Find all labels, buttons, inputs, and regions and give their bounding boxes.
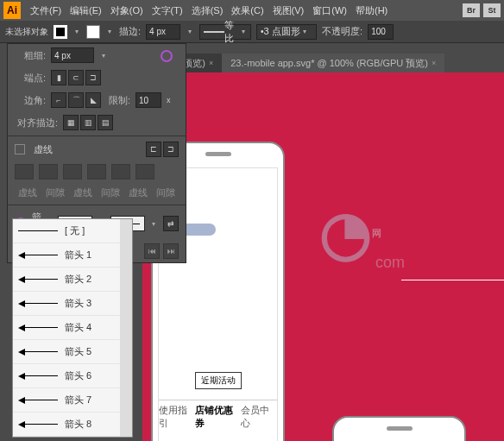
menu-effect[interactable]: 效果(C) xyxy=(227,4,268,17)
limit-input[interactable] xyxy=(135,92,161,108)
arrowhead-dropdown: [ 无 ] 箭头 1 箭头 2 箭头 3 箭头 4 箭头 5 箭头 6 箭头 7… xyxy=(12,218,133,438)
weight-dropdown[interactable]: ▾ xyxy=(99,51,108,60)
profile-select[interactable]: 等比 ▾ xyxy=(199,24,251,40)
canvas-artboard[interactable]: ◔网 com 近期活动 使用指引 店铺优惠券 会员中心 xyxy=(142,72,504,441)
cap-round-button[interactable]: ⊂ xyxy=(68,70,84,85)
stroke-swatch[interactable] xyxy=(86,25,100,39)
menu-edit[interactable]: 编辑(E) xyxy=(66,4,106,17)
stroke-dropdown[interactable]: ▾ xyxy=(105,28,114,36)
menu-help[interactable]: 帮助(H) xyxy=(351,4,392,17)
fill-swatch[interactable] xyxy=(54,25,67,39)
arrowhead-option-8[interactable]: 箭头 8 xyxy=(13,413,132,437)
menu-view[interactable]: 视图(V) xyxy=(268,4,309,17)
cap-butt-button[interactable]: ▮ xyxy=(51,70,66,85)
stock-badge[interactable]: St xyxy=(483,3,501,17)
corner-bevel-button[interactable]: ◣ xyxy=(85,92,101,108)
opacity-input[interactable] xyxy=(368,24,394,40)
arrowhead-option-7[interactable]: 箭头 7 xyxy=(13,388,132,413)
arrowhead-option-2[interactable]: 箭头 2 xyxy=(13,268,132,292)
arrowhead-option-6[interactable]: 箭头 6 xyxy=(13,364,132,388)
phone-speaker xyxy=(205,152,231,156)
watermark-sub: com xyxy=(375,254,405,272)
cap-square-button[interactable]: ⊐ xyxy=(85,70,101,85)
close-icon[interactable]: × xyxy=(432,59,436,67)
corner-miter-button[interactable]: ⌐ xyxy=(51,92,66,108)
align-inside-button[interactable]: ▥ xyxy=(80,115,96,130)
menu-type[interactable]: 文字(T) xyxy=(148,4,187,17)
menu-object[interactable]: 对象(O) xyxy=(106,4,148,17)
dropdown-scrollbar[interactable] xyxy=(120,219,132,437)
dashed-label: 虚线 xyxy=(34,143,53,156)
app-logo: Ai xyxy=(3,2,21,19)
arrowhead-option-none[interactable]: [ 无 ] xyxy=(13,219,132,243)
align-outside-button[interactable]: ▤ xyxy=(98,115,113,130)
swap-arrows-button[interactable]: ⇄ xyxy=(163,216,179,231)
arrowhead-option-3[interactable]: 箭头 3 xyxy=(13,292,132,316)
watermark-icon: ◔网 xyxy=(319,198,381,268)
menu-window[interactable]: 窗口(W) xyxy=(308,4,351,17)
dash-preserve-button[interactable]: ⊏ xyxy=(146,142,161,157)
playback-next-button[interactable]: ⏭ xyxy=(163,243,179,259)
document-tabs: B/GPU 预览)× 23.-mobile app.svg* @ 100% (R… xyxy=(142,54,444,72)
doc-tab-2[interactable]: 23.-mobile app.svg* @ 100% (RGB/GPU 预览)× xyxy=(222,54,444,72)
cap-label: 端点: xyxy=(15,72,46,85)
options-bar: 未选择对象 ▾ ▾ 描边: ▾ 等比 ▾ • 3 点圆形 ▾ 不透明度: xyxy=(0,21,504,43)
arrowhead-option-4[interactable]: 箭头 4 xyxy=(13,316,132,340)
selection-status: 未选择对象 xyxy=(5,26,48,38)
arrowhead-option-1[interactable]: 箭头 1 xyxy=(13,243,132,268)
opacity-label: 不透明度: xyxy=(322,25,362,38)
arrowhead-option-5[interactable]: 箭头 5 xyxy=(13,340,132,364)
stroke-label: 描边: xyxy=(119,25,141,38)
dash-inputs-row xyxy=(8,161,186,183)
corner-label: 边角: xyxy=(15,94,46,107)
phone-bottom-tabs: 使用指引 店铺优惠券 会员中心 xyxy=(159,400,277,433)
dashed-checkbox[interactable] xyxy=(15,144,25,154)
weight-label: 粗细: xyxy=(15,49,46,62)
limit-label: 限制: xyxy=(106,94,130,107)
menu-select[interactable]: 选择(S) xyxy=(187,4,228,17)
brush-select[interactable]: • 3 点圆形 ▾ xyxy=(256,24,317,40)
weight-input[interactable] xyxy=(51,47,94,63)
phone-speaker xyxy=(387,426,413,431)
fill-dropdown[interactable]: ▾ xyxy=(72,28,81,36)
close-icon[interactable]: × xyxy=(209,59,213,67)
bridge-badge[interactable]: Br xyxy=(463,3,480,17)
playback-prev-button[interactable]: ⏮ xyxy=(144,243,160,259)
recent-activity-label: 近期活动 xyxy=(195,372,242,389)
phone-mockup-2 xyxy=(332,416,466,441)
align-label: 对齐描边: xyxy=(15,117,58,129)
dash-align-button[interactable]: ⊐ xyxy=(163,142,179,157)
menubar: Ai 文件(F) 编辑(E) 对象(O) 文字(T) 选择(S) 效果(C) 视… xyxy=(0,0,504,21)
corner-round-button[interactable]: ⌒ xyxy=(68,92,84,108)
align-center-button[interactable]: ▦ xyxy=(63,115,79,130)
menu-file[interactable]: 文件(F) xyxy=(26,4,66,17)
guide-line xyxy=(401,280,504,383)
highlight-circle-icon xyxy=(161,50,173,62)
stroke-width-input[interactable] xyxy=(146,24,180,40)
